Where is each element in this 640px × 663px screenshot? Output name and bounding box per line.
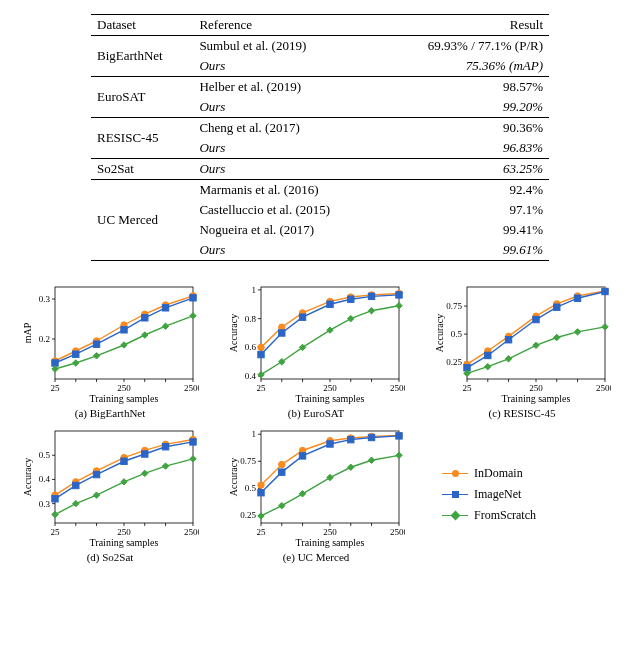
svg-text:Accuracy: Accuracy (228, 314, 239, 352)
svg-rect-151 (162, 444, 168, 450)
svg-text:0.8: 0.8 (245, 314, 257, 324)
svg-marker-196 (279, 502, 285, 508)
svg-rect-28 (142, 315, 148, 321)
cell-reference: Ours (193, 56, 381, 77)
svg-text:25: 25 (51, 527, 61, 537)
svg-rect-120 (55, 431, 193, 523)
svg-text:250: 250 (323, 383, 337, 393)
cell-reference: Nogueira et al. (2017) (193, 220, 381, 240)
svg-text:Training samples: Training samples (90, 537, 159, 548)
svg-text:25: 25 (463, 383, 473, 393)
chart-caption: (a) BigEarthNet (75, 407, 146, 419)
svg-marker-31 (52, 366, 58, 372)
svg-text:250: 250 (117, 383, 131, 393)
cell-result: 99.41% (381, 220, 549, 240)
svg-marker-117 (554, 334, 560, 340)
svg-text:250: 250 (323, 527, 337, 537)
svg-point-181 (258, 482, 264, 488)
svg-point-182 (279, 461, 285, 467)
charts-panel: 0.20.3252502500Training samplesmAP (a) B… (10, 281, 630, 563)
svg-text:0.5: 0.5 (245, 483, 257, 493)
svg-rect-25 (73, 351, 79, 357)
svg-marker-115 (505, 356, 511, 362)
legend-label: InDomain (474, 466, 523, 481)
chart-caption: (e) UC Merced (283, 551, 350, 563)
svg-marker-158 (162, 463, 168, 469)
svg-rect-110 (554, 304, 560, 310)
svg-marker-34 (121, 342, 127, 348)
svg-marker-119 (602, 324, 608, 330)
svg-rect-30 (190, 295, 196, 301)
svg-text:2500: 2500 (184, 527, 199, 537)
svg-rect-107 (485, 352, 491, 358)
svg-marker-195 (258, 513, 264, 519)
svg-marker-155 (93, 492, 99, 498)
svg-rect-147 (73, 482, 79, 488)
svg-marker-33 (93, 353, 99, 359)
legend-item: ImageNet (442, 487, 622, 502)
svg-marker-157 (142, 470, 148, 476)
svg-marker-156 (121, 479, 127, 485)
svg-text:mAP: mAP (22, 322, 33, 343)
cell-reference: Ours (193, 240, 381, 261)
svg-text:250: 250 (117, 527, 131, 537)
svg-text:250: 250 (529, 383, 543, 393)
svg-rect-191 (327, 441, 333, 447)
svg-marker-76 (327, 327, 333, 333)
svg-rect-26 (93, 341, 99, 347)
cell-result: 98.57% (381, 77, 549, 98)
svg-rect-193 (368, 434, 374, 440)
svg-rect-69 (327, 301, 333, 307)
svg-marker-118 (574, 329, 580, 335)
svg-rect-190 (299, 453, 305, 459)
cell-result: 69.93% / 77.1% (P/R) (381, 36, 549, 57)
svg-text:0.2: 0.2 (39, 334, 50, 344)
chart-caption: (c) RESISC-45 (489, 407, 556, 419)
svg-text:0.25: 0.25 (446, 357, 462, 367)
svg-text:2500: 2500 (184, 383, 199, 393)
svg-marker-79 (396, 302, 402, 308)
svg-text:0.5: 0.5 (39, 450, 51, 460)
svg-rect-112 (602, 288, 608, 294)
svg-rect-150 (142, 451, 148, 457)
svg-rect-70 (348, 296, 354, 302)
svg-marker-201 (396, 452, 402, 458)
svg-rect-188 (258, 489, 264, 495)
svg-rect-68 (299, 314, 305, 320)
cell-reference: Helber et al. (2019) (193, 77, 381, 98)
svg-text:0.6: 0.6 (245, 342, 257, 352)
results-table: Dataset Reference Result BigEarthNetSumb… (91, 14, 549, 261)
svg-text:Training samples: Training samples (296, 537, 365, 548)
svg-text:0.5: 0.5 (451, 329, 463, 339)
table-row: UC MercedMarmanis et al. (2016)92.4% (91, 180, 549, 201)
svg-marker-35 (142, 332, 148, 338)
legend: InDomain ImageNet FromScratch (422, 425, 622, 563)
svg-rect-109 (533, 316, 539, 322)
svg-rect-146 (52, 496, 58, 502)
svg-text:Training samples: Training samples (502, 393, 571, 404)
svg-text:0.3: 0.3 (39, 294, 51, 304)
cell-reference: Ours (193, 159, 381, 180)
svg-text:Accuracy: Accuracy (22, 458, 33, 496)
cell-dataset: RESISC-45 (91, 118, 193, 159)
table-row: RESISC-45Cheng et al. (2017)90.36% (91, 118, 549, 139)
svg-marker-199 (348, 464, 354, 470)
svg-text:0.4: 0.4 (39, 474, 51, 484)
svg-marker-198 (327, 474, 333, 480)
table-row: So2SatOurs63.25% (91, 159, 549, 180)
cell-result: 90.36% (381, 118, 549, 139)
legend-label: FromScratch (474, 508, 536, 523)
svg-rect-192 (348, 436, 354, 442)
svg-marker-78 (368, 308, 374, 314)
chart-caption: (d) So2Sat (87, 551, 134, 563)
svg-rect-71 (368, 293, 374, 299)
svg-text:0.4: 0.4 (245, 371, 257, 381)
legend-label: ImageNet (474, 487, 521, 502)
svg-text:Training samples: Training samples (296, 393, 365, 404)
svg-text:25: 25 (257, 383, 267, 393)
legend-item: FromScratch (442, 508, 622, 523)
cell-reference: Cheng et al. (2017) (193, 118, 381, 139)
cell-dataset: EuroSAT (91, 77, 193, 118)
svg-text:0.75: 0.75 (240, 456, 256, 466)
svg-text:25: 25 (257, 527, 267, 537)
